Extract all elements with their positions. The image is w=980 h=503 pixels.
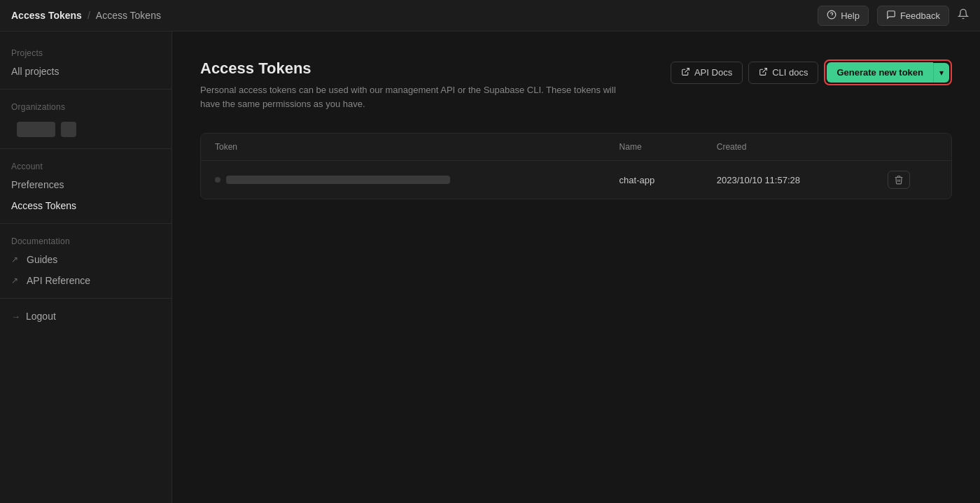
cli-docs-label: CLI docs [772,67,808,78]
sidebar-item-api-reference[interactable]: ↗ API Reference [0,270,172,291]
feedback-icon [886,10,896,22]
page-description: Personal access tokens can be used with … [200,83,634,111]
chevron-down-icon: ▾ [939,68,944,78]
api-docs-button[interactable]: API Docs [671,62,743,84]
sidebar-item-access-tokens[interactable]: Access Tokens [0,195,172,216]
preferences-label: Preferences [11,179,64,190]
guides-label: Guides [27,254,57,265]
page-header-text: Access Tokens Personal access tokens can… [200,59,634,111]
table-header-row: Token Name Created [201,134,951,161]
page-header: Access Tokens Personal access tokens can… [200,59,952,111]
api-reference-label: API Reference [27,275,90,286]
table-header: Token Name Created [201,134,951,161]
sidebar-item-logout[interactable]: → Logout [0,306,172,327]
tokens-table-container: Token Name Created chat-app 2023/10/10 1… [200,133,952,199]
sidebar-item-guides[interactable]: ↗ Guides [0,249,172,270]
all-projects-label: All projects [11,66,59,77]
header-actions: API Docs CLI docs Generate new token ▾ [671,59,952,85]
sidebar-item-all-projects[interactable]: All projects [0,61,172,82]
org-badge [17,122,55,137]
th-name: Name [606,134,703,161]
feedback-label: Feedback [900,10,940,21]
sidebar-divider-2 [0,148,172,149]
account-section-label: Account [0,156,172,174]
external-link-icon-guides: ↗ [11,255,18,264]
breadcrumb-page: Access Tokens [96,10,161,21]
help-label: Help [841,10,860,21]
generate-token-wrapper: Generate new token ▾ [824,59,952,85]
logout-icon: → [11,311,20,322]
organizations-section-label: Organizations [0,97,172,115]
topbar: Access Tokens / Access Tokens Help Feedb… [0,0,980,31]
topbar-right: Help Feedback [818,6,969,26]
th-actions [874,134,951,161]
token-value [215,176,592,184]
token-actions-cell [874,161,951,199]
documentation-section-label: Documentation [0,231,172,249]
sidebar-item-preferences[interactable]: Preferences [0,174,172,195]
token-masked [226,176,450,184]
external-link-icon-api: ↗ [11,276,18,285]
table-row: chat-app 2023/10/10 11:57:28 [201,161,951,199]
th-token: Token [201,134,606,161]
generate-token-label: Generate new token [836,67,923,78]
help-icon [827,10,836,22]
tokens-table: Token Name Created chat-app 2023/10/10 1… [201,134,951,199]
cli-docs-button[interactable]: CLI docs [748,62,818,84]
main-content: Access Tokens Personal access tokens can… [172,31,980,503]
page-title: Access Tokens [200,59,634,78]
token-created-cell: 2023/10/10 11:57:28 [703,161,874,199]
svg-line-3 [763,68,767,72]
sidebar-divider-3 [0,223,172,224]
topbar-left: Access Tokens / Access Tokens [11,10,161,21]
sidebar-divider-4 [0,298,172,299]
generate-token-button[interactable]: Generate new token [827,62,933,83]
help-button[interactable]: Help [818,6,869,26]
token-dot-icon [215,177,220,183]
api-docs-label: API Docs [694,67,732,78]
logout-label: Logout [26,311,56,322]
tokens-tbody: chat-app 2023/10/10 11:57:28 [201,161,951,199]
svg-line-2 [685,68,689,72]
delete-token-button[interactable] [888,171,910,189]
layout: Projects All projects Organizations Acco… [0,31,980,503]
token-cell [201,161,606,199]
projects-section-label: Projects [0,43,172,61]
sidebar-divider-1 [0,89,172,90]
access-tokens-label: Access Tokens [11,200,76,211]
th-created: Created [703,134,874,161]
sidebar: Projects All projects Organizations Acco… [0,31,172,503]
notification-icon[interactable] [958,8,969,22]
org-badge-small [61,122,76,137]
external-link-icon-cli-docs [759,67,768,78]
token-name-cell: chat-app [606,161,703,199]
app-title: Access Tokens [11,10,82,21]
generate-token-dropdown[interactable]: ▾ [933,63,949,83]
feedback-button[interactable]: Feedback [877,6,949,26]
breadcrumb-separator: / [88,10,90,21]
external-link-icon-api-docs [681,67,690,78]
org-selector[interactable] [6,118,166,141]
